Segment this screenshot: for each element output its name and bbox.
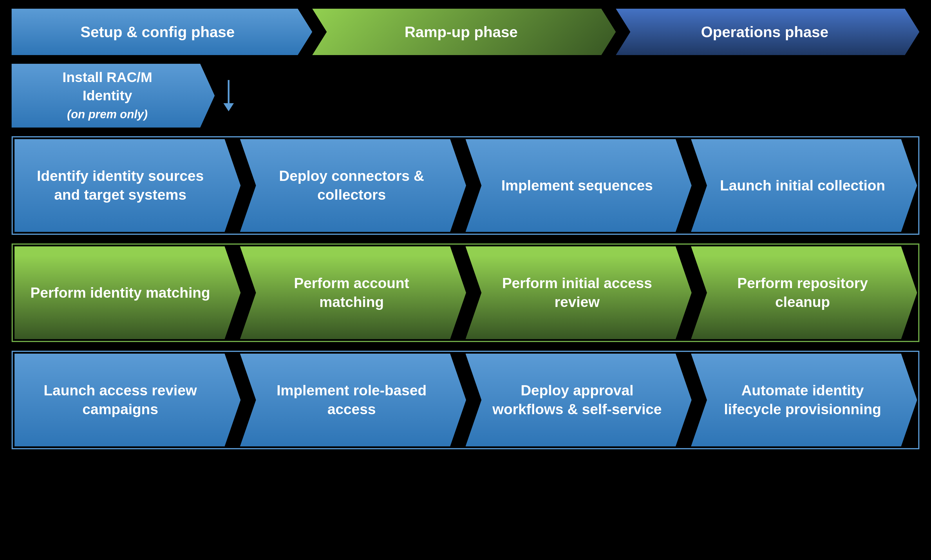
- row3-item-4: Automate identity lifecycle provisionnin…: [691, 354, 917, 446]
- row3-item-3: Deploy approval workflows & self-service: [466, 354, 692, 446]
- row1-item-4: Launch initial collection: [691, 139, 917, 232]
- row2-item-2: Perform account matching: [240, 246, 466, 339]
- row2-item-2-text: Perform account matching: [240, 274, 466, 312]
- row3-item-1: Launch access review campaigns: [14, 354, 241, 446]
- phase-rampup-label: Ramp-up phase: [405, 23, 517, 41]
- row3: Launch access review campaigns Implement…: [14, 354, 917, 446]
- row3-item-3-text: Deploy approval workflows & self-service: [466, 381, 692, 419]
- phase-setup: Setup & config phase: [12, 9, 312, 55]
- row3-item-4-text: Automate identity lifecycle provisionnin…: [691, 381, 917, 419]
- row2-item-1-text: Perform identity matching: [22, 283, 233, 302]
- row3-item-1-text: Launch access review campaigns: [14, 381, 241, 419]
- install-row: Install RAC/M Identity (on prem only): [12, 64, 919, 128]
- row1-item-3-text: Implement sequences: [481, 176, 676, 195]
- install-box: Install RAC/M Identity (on prem only): [12, 64, 215, 128]
- arrow-down-head: [223, 103, 234, 111]
- row1-item-1-text: Identify identity sources and target sys…: [14, 167, 241, 205]
- phase-rampup: Ramp-up phase: [312, 9, 616, 55]
- arrow-down-container: [215, 64, 234, 128]
- row1-item-4-text: Launch initial collection: [700, 176, 909, 195]
- row2: Perform identity matching Perform accoun…: [14, 246, 917, 339]
- phase-operations-label: Operations phase: [701, 23, 828, 41]
- row1-item-2-text: Deploy connectors & collectors: [240, 167, 466, 205]
- install-line1: Install RAC/M: [62, 68, 152, 86]
- row2-container: Perform identity matching Perform accoun…: [12, 243, 919, 342]
- row3-item-2: Implement role-based access: [240, 354, 466, 446]
- install-line2: Identity: [62, 87, 152, 105]
- row1-item-1: Identify identity sources and target sys…: [14, 139, 241, 232]
- arrow-down-line: [228, 80, 230, 103]
- install-line3: (on prem only): [62, 105, 152, 123]
- row2-item-3-text: Perform initial access review: [466, 274, 692, 312]
- row2-item-4-text: Perform repository cleanup: [691, 274, 917, 312]
- row3-item-2-text: Implement role-based access: [240, 381, 466, 419]
- row3-container: Launch access review campaigns Implement…: [12, 351, 919, 449]
- row2-item-4: Perform repository cleanup: [691, 246, 917, 339]
- row1-item-2: Deploy connectors & collectors: [240, 139, 466, 232]
- row2-item-3: Perform initial access review: [466, 246, 692, 339]
- phase-setup-label: Setup & config phase: [80, 23, 235, 41]
- phase-operations: Operations phase: [616, 9, 919, 55]
- row1-item-3: Implement sequences: [466, 139, 692, 232]
- diagram: Setup & config phase Ramp-up phase Opera…: [0, 0, 931, 560]
- arrow-down: [223, 80, 234, 111]
- row1: Identify identity sources and target sys…: [14, 139, 917, 232]
- phase-header-row: Setup & config phase Ramp-up phase Opera…: [12, 9, 919, 55]
- install-text: Install RAC/M Identity (on prem only): [62, 68, 152, 123]
- row1-container: Identify identity sources and target sys…: [12, 136, 919, 235]
- row2-item-1: Perform identity matching: [14, 246, 241, 339]
